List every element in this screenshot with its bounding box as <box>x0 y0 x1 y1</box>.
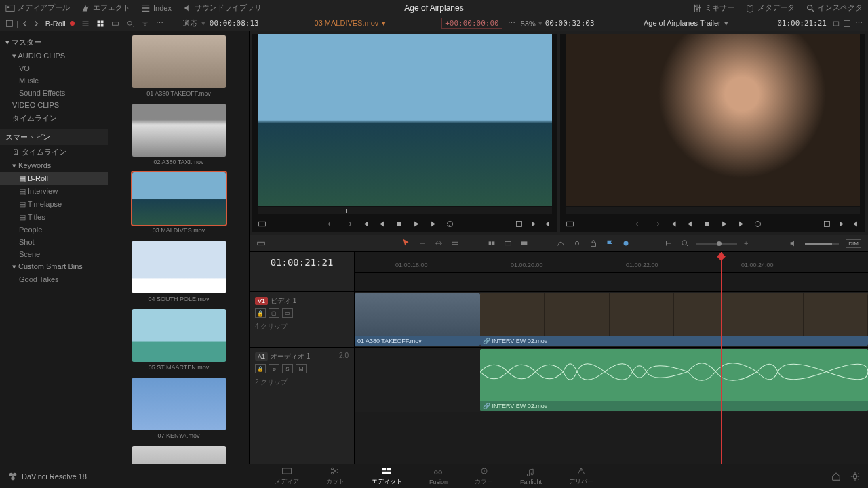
prg-markin-icon[interactable] <box>635 220 644 228</box>
nav-back-icon[interactable] <box>21 20 29 28</box>
expand-icon[interactable] <box>843 20 851 28</box>
tree-good[interactable]: Good Takes <box>0 273 108 285</box>
overwrite-icon[interactable] <box>503 239 513 248</box>
retime-icon[interactable] <box>556 239 566 248</box>
tree-master[interactable]: ▾ マスター <box>0 35 108 49</box>
thumb-view-icon[interactable] <box>96 20 104 28</box>
src-mode-icon[interactable] <box>258 220 267 228</box>
src-play-icon[interactable] <box>412 220 420 228</box>
src-loop-icon[interactable] <box>446 220 454 228</box>
tab-cut[interactable]: カット <box>326 466 344 486</box>
metadata-toggle[interactable]: メタデータ <box>745 3 795 13</box>
mixer-toggle[interactable]: ミキサー <box>692 3 734 13</box>
prg-play-icon[interactable] <box>719 220 728 228</box>
sort-icon[interactable] <box>141 20 149 28</box>
tree-vo[interactable]: VO <box>0 62 108 75</box>
volume-icon[interactable] <box>789 239 798 248</box>
tree-video-clips[interactable]: VIDEO CLIPS <box>0 99 108 111</box>
more-icon[interactable]: ⋯ <box>156 19 163 28</box>
tree-audio-clips[interactable]: ▾ AUDIO CLIPS <box>0 49 108 62</box>
clip-thumb[interactable]: 03 MALDIVES.mov <box>132 172 226 234</box>
tree-interview[interactable]: ▤ Interview <box>0 185 108 198</box>
prg-prev-icon[interactable] <box>686 220 694 228</box>
dim-button[interactable]: DIM <box>846 239 861 248</box>
source-scrubber[interactable] <box>258 207 552 214</box>
effects-toggle[interactable]: エフェクト <box>81 3 130 13</box>
settings-icon[interactable] <box>850 472 860 481</box>
clip-video-1[interactable]: 01 A380 TAKEOFF.mov <box>355 293 480 346</box>
src-match-icon[interactable] <box>515 220 524 228</box>
prg-mode-icon[interactable] <box>566 220 574 228</box>
tab-fusion[interactable]: Fusion <box>429 468 448 485</box>
loop-icon[interactable] <box>832 20 840 28</box>
lock-icon[interactable] <box>589 239 598 248</box>
snap-icon[interactable] <box>664 239 673 248</box>
clip-audio-1[interactable]: 🔗 INTERVIEW 02.mov <box>480 349 868 411</box>
src-stop-icon[interactable] <box>395 220 403 228</box>
replace-icon[interactable] <box>519 239 529 248</box>
inspector-toggle[interactable]: インスペクタ <box>806 3 863 13</box>
prg-stop-icon[interactable] <box>703 220 711 228</box>
tree-tl[interactable]: 🗓 タイムライン <box>0 145 108 159</box>
nav-fwd-icon[interactable] <box>32 20 40 28</box>
home-icon[interactable] <box>831 472 841 481</box>
src-prev-icon[interactable] <box>378 220 387 228</box>
clip-thumb[interactable]: 07 KENYA.mov <box>132 378 226 439</box>
clip-thumb[interactable]: 02 A380 TAXI.mov <box>132 104 226 165</box>
clip-thumb[interactable]: 05 ST MAARTEN.mov <box>132 309 226 371</box>
time-ruler[interactable]: 01:00:18:00 01:00:20:00 01:00:22:00 01:0… <box>355 252 868 272</box>
trim-tool-icon[interactable] <box>418 239 427 248</box>
prg-first-icon[interactable] <box>669 220 677 228</box>
tab-media[interactable]: メディア <box>275 466 299 486</box>
tree-keywords[interactable]: ▾ Keywords <box>0 159 108 172</box>
source-viewer-image[interactable] <box>258 34 552 206</box>
offset-field[interactable]: +00:00:00:00 <box>441 18 502 29</box>
flag-icon[interactable] <box>605 239 614 248</box>
program-scrubber[interactable]: .scrub[style*="70"]::after{left:70%} <box>566 207 860 214</box>
tree-custom[interactable]: ▾ Custom Smart Bins <box>0 260 108 273</box>
src-next-icon[interactable] <box>429 220 437 228</box>
timeline-name[interactable]: Age of Airplanes Trailer <box>644 19 721 27</box>
sound-library-toggle[interactable]: サウンドライブラリ <box>182 3 262 13</box>
tree-timelapse[interactable]: ▤ Timelapse <box>0 198 108 211</box>
selection-tool-icon[interactable] <box>401 238 411 247</box>
bin-list-icon[interactable] <box>5 20 14 28</box>
volume-slider[interactable] <box>805 243 839 245</box>
index-toggle[interactable]: Index <box>141 3 172 13</box>
prg-match-icon[interactable] <box>823 220 831 228</box>
tab-fairlight[interactable]: Fairlight <box>520 468 542 485</box>
tab-color[interactable]: カラー <box>475 466 493 486</box>
v1-header[interactable]: V1ビデオ 1 🔒▢▭ 4 クリップ <box>250 291 354 347</box>
src-first-icon[interactable] <box>361 220 370 228</box>
src-out-icon[interactable] <box>543 220 552 228</box>
tree-timeline[interactable]: タイムライン <box>0 111 108 125</box>
marker-icon[interactable] <box>621 239 631 248</box>
src-markin-icon[interactable] <box>327 220 336 228</box>
timeline-timecode[interactable]: 01:00:21:21 <box>250 252 354 272</box>
dynamic-trim-icon[interactable] <box>434 239 443 248</box>
zoom-icon[interactable] <box>680 239 690 248</box>
prg-markout-icon[interactable] <box>652 220 660 228</box>
tree-scene[interactable]: Scene <box>0 248 108 260</box>
track-v1[interactable]: 01 A380 TAKEOFF.mov 🔗 INTERVIEW 02.mov <box>355 291 868 347</box>
clip-thumb[interactable]: 01 A380 TAKEOFF.mov <box>132 35 226 97</box>
clip-thumb[interactable] <box>132 446 226 464</box>
prg-out-icon[interactable] <box>851 220 860 228</box>
tl-view-icon[interactable] <box>256 239 266 248</box>
more-icon-2[interactable]: ⋯ <box>508 19 515 28</box>
fit-dropdown[interactable]: 適応 <box>182 18 197 28</box>
prg-next-icon[interactable] <box>736 220 745 228</box>
prg-in-icon[interactable] <box>837 220 846 228</box>
a1-header[interactable]: A1オーディオ 1 2.0 🔒⌀SM 2 クリップ <box>250 347 354 412</box>
tab-deliver[interactable]: デリバー <box>569 466 593 486</box>
zoom-percent[interactable]: 53% <box>521 20 536 28</box>
source-clip-name[interactable]: 03 MALDIVES.mov <box>315 19 379 27</box>
src-markout-icon[interactable] <box>344 220 353 228</box>
link-icon[interactable] <box>572 239 582 248</box>
tree-shot[interactable]: Shot <box>0 236 108 248</box>
more-icon-3[interactable]: ⋯ <box>855 19 863 28</box>
clip-thumb[interactable]: 04 SOUTH POLE.mov <box>132 241 226 302</box>
tab-edit[interactable]: エディット <box>372 466 402 486</box>
strip-view-icon[interactable] <box>111 20 119 28</box>
bin-breadcrumb[interactable]: B-Roll <box>45 20 66 28</box>
